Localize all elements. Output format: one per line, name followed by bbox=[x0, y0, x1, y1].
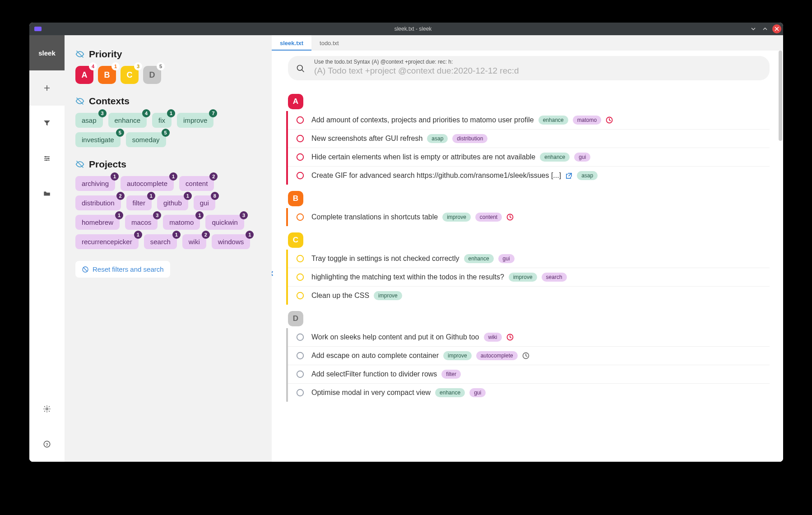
project-tag[interactable]: gui bbox=[574, 153, 590, 162]
todo-item[interactable]: Add escape on auto complete containerimp… bbox=[288, 347, 770, 365]
context-chip-fix[interactable]: fix1 bbox=[152, 113, 172, 128]
checkbox[interactable] bbox=[296, 370, 304, 378]
context-chip-enhance[interactable]: enhance4 bbox=[108, 113, 147, 128]
project-tag[interactable]: search bbox=[542, 273, 567, 282]
checkbox[interactable] bbox=[296, 389, 304, 397]
project-tag[interactable]: gui bbox=[469, 388, 486, 397]
checkbox[interactable] bbox=[296, 333, 304, 341]
todo-item[interactable]: Complete translations in shortcuts table… bbox=[288, 208, 770, 226]
project-chip-gui[interactable]: gui8 bbox=[194, 195, 215, 210]
project-count: 1 bbox=[134, 231, 142, 239]
checkbox[interactable] bbox=[296, 213, 304, 221]
nav-add[interactable] bbox=[29, 70, 65, 106]
project-tag[interactable]: filter bbox=[441, 370, 461, 379]
scrollbar[interactable] bbox=[779, 51, 782, 461]
eye-off-icon[interactable] bbox=[75, 97, 84, 106]
group-header-C[interactable]: C bbox=[288, 232, 303, 248]
project-tag[interactable]: distribution bbox=[452, 134, 487, 143]
todo-item[interactable]: Add amount of contexts, projects and pri… bbox=[288, 111, 770, 130]
todo-item[interactable]: Clean up the CSSimprove bbox=[288, 287, 770, 305]
scroll-thumb[interactable] bbox=[779, 51, 782, 141]
external-link-icon[interactable] bbox=[566, 172, 572, 179]
context-tag[interactable]: improve bbox=[442, 213, 471, 222]
todo-item[interactable]: Tray toggle in settings is not checked c… bbox=[288, 250, 770, 268]
context-tag[interactable]: asap bbox=[427, 134, 448, 143]
context-tag[interactable]: asap bbox=[577, 171, 598, 180]
eye-off-icon[interactable] bbox=[75, 160, 84, 169]
eye-off-icon[interactable] bbox=[75, 50, 84, 59]
project-chip-windows[interactable]: windows1 bbox=[212, 234, 251, 249]
project-chip-github[interactable]: github1 bbox=[157, 195, 188, 210]
project-chip-matomo[interactable]: matomo1 bbox=[163, 215, 200, 230]
todo-item[interactable]: highlighting the matching text within th… bbox=[288, 268, 770, 287]
project-chip-filter[interactable]: filter1 bbox=[126, 195, 152, 210]
searchbox[interactable]: Use the todo.txt Syntax (A) @context +pr… bbox=[288, 56, 770, 80]
todo-item[interactable]: Work on sleeks help content and put it o… bbox=[288, 328, 770, 347]
context-chip-someday[interactable]: someday5 bbox=[126, 132, 166, 147]
todo-item[interactable]: New screenshots after GUI refreshasapdis… bbox=[288, 130, 770, 148]
group-A: Add amount of contexts, projects and pri… bbox=[286, 111, 770, 185]
priority-chip-A[interactable]: A4 bbox=[75, 66, 93, 84]
todo-text: Complete translations in shortcuts table… bbox=[311, 213, 514, 222]
context-chip-asap[interactable]: asap3 bbox=[75, 113, 103, 128]
nav-settings[interactable] bbox=[29, 391, 65, 427]
todo-title: Complete translations in shortcuts table bbox=[311, 213, 438, 221]
search-input[interactable] bbox=[314, 66, 760, 76]
checkbox[interactable] bbox=[296, 292, 304, 300]
group-header-A[interactable]: A bbox=[288, 94, 303, 109]
project-tag[interactable]: content bbox=[475, 213, 502, 222]
project-tag[interactable]: gui bbox=[498, 254, 515, 263]
nav-view[interactable] bbox=[29, 141, 65, 176]
project-tag[interactable]: matomo bbox=[573, 116, 601, 125]
context-tag[interactable]: enhance bbox=[538, 116, 568, 125]
checkbox[interactable] bbox=[296, 153, 304, 161]
context-tag[interactable]: enhance bbox=[540, 153, 570, 162]
context-tag[interactable]: improve bbox=[509, 273, 537, 282]
checkbox[interactable] bbox=[296, 116, 304, 124]
tab-todo-txt[interactable]: todo.txt bbox=[311, 35, 347, 51]
project-chip-autocomplete[interactable]: autocomplete1 bbox=[121, 176, 174, 191]
checkbox[interactable] bbox=[296, 352, 304, 360]
nav-filter[interactable] bbox=[29, 106, 65, 141]
context-tag[interactable]: improve bbox=[374, 291, 402, 300]
project-chip-recurrencepicker[interactable]: recurrencepicker1 bbox=[75, 234, 139, 249]
todo-text: Create GIF for advanced search https://g… bbox=[311, 171, 598, 180]
project-chip-content[interactable]: content2 bbox=[179, 176, 214, 191]
projects-label: Projects bbox=[89, 159, 126, 170]
nav-help[interactable]: ? bbox=[29, 427, 65, 462]
nav-files[interactable] bbox=[29, 176, 65, 211]
priority-chip-D[interactable]: D5 bbox=[143, 66, 161, 84]
close-button[interactable] bbox=[772, 24, 781, 33]
context-chip-investigate[interactable]: investigate5 bbox=[75, 132, 121, 147]
project-chip-search[interactable]: search1 bbox=[144, 234, 177, 249]
context-tag[interactable]: enhance bbox=[435, 388, 465, 397]
maximize-button[interactable] bbox=[761, 24, 770, 33]
checkbox[interactable] bbox=[296, 273, 304, 281]
project-chip-archiving[interactable]: archiving1 bbox=[75, 176, 115, 191]
todo-item[interactable]: Add selectFilter function to divider row… bbox=[288, 365, 770, 384]
priority-chip-C[interactable]: C3 bbox=[121, 66, 139, 84]
minimize-button[interactable] bbox=[749, 24, 758, 33]
project-chip-macos[interactable]: macos3 bbox=[125, 215, 158, 230]
checkbox[interactable] bbox=[296, 255, 304, 263]
project-chip-quickwin[interactable]: quickwin3 bbox=[205, 215, 244, 230]
project-chip-wiki[interactable]: wiki2 bbox=[182, 234, 206, 249]
group-header-B[interactable]: B bbox=[288, 191, 303, 206]
checkbox[interactable] bbox=[296, 172, 304, 180]
svg-text:?: ? bbox=[46, 442, 48, 447]
context-chip-improve[interactable]: improve7 bbox=[177, 113, 213, 128]
context-tag[interactable]: improve bbox=[443, 351, 472, 360]
context-tag[interactable]: enhance bbox=[464, 254, 494, 263]
todo-item[interactable]: Optimise modal in very compact viewenhan… bbox=[288, 384, 770, 402]
project-chip-homebrew[interactable]: homebrew1 bbox=[75, 215, 120, 230]
todo-item[interactable]: Hide certain elements when list is empty… bbox=[288, 148, 770, 167]
project-tag[interactable]: wiki bbox=[484, 333, 502, 342]
reset-filters-button[interactable]: Reset filters and search bbox=[75, 261, 170, 278]
checkbox[interactable] bbox=[296, 135, 304, 143]
project-tag[interactable]: autocomplete bbox=[476, 351, 518, 360]
todo-item[interactable]: Create GIF for advanced search https://g… bbox=[288, 167, 770, 185]
tab-sleek-txt[interactable]: sleek.txt bbox=[272, 35, 311, 51]
priority-chip-B[interactable]: B1 bbox=[98, 66, 116, 84]
project-chip-distribution[interactable]: distribution2 bbox=[75, 195, 121, 210]
group-header-D[interactable]: D bbox=[288, 311, 303, 326]
